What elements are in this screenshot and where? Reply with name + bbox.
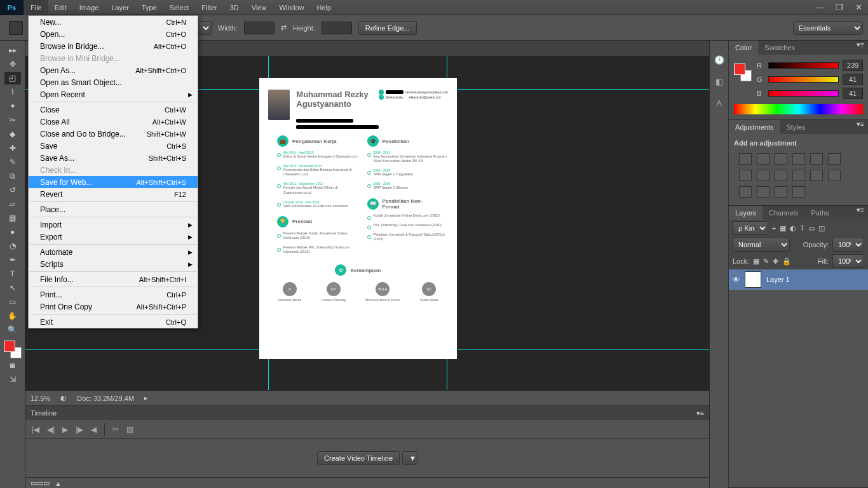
b-slider[interactable] — [768, 90, 839, 97]
timeline-tab[interactable]: Timeline — [31, 409, 57, 417]
paths-tab[interactable]: Paths — [805, 206, 836, 220]
doc-info-arrow[interactable]: ▸ — [144, 394, 148, 402]
menu-item[interactable]: CloseCtrl+W — [29, 104, 198, 116]
swap-icon[interactable]: ⇄ — [281, 24, 287, 32]
eraser-tool[interactable]: ▱ — [4, 198, 21, 210]
cut-icon[interactable]: ✂ — [112, 425, 119, 434]
stamp-tool[interactable]: ⧉ — [4, 170, 21, 182]
transition-icon[interactable]: ▧ — [126, 425, 133, 434]
first-frame-icon[interactable]: |◀ — [32, 425, 39, 434]
lock-paint-icon[interactable]: ✎ — [763, 257, 769, 266]
brush-tool[interactable]: ✎ — [4, 156, 21, 168]
menu-item[interactable]: Print One CopyAlt+Shift+Ctrl+P — [29, 301, 198, 313]
visibility-icon[interactable]: 👁 — [733, 276, 740, 283]
hue-strip[interactable] — [734, 104, 863, 114]
fill-select[interactable]: 100% — [832, 254, 864, 268]
tl-footer-icon[interactable]: ▭▭▭ — [31, 479, 50, 487]
adjustment-icon[interactable] — [828, 153, 841, 165]
zoom-tool[interactable]: 🔍 — [4, 323, 21, 336]
minimize-button[interactable]: — — [811, 0, 830, 15]
menu-window[interactable]: Window — [273, 0, 310, 15]
adjustment-icon[interactable] — [792, 186, 805, 198]
panel-menu-icon[interactable]: ▾≡ — [857, 41, 868, 55]
menu-item[interactable]: Automate▶ — [29, 246, 198, 258]
type-tool[interactable]: T — [4, 268, 21, 280]
menu-image[interactable]: Image — [73, 0, 105, 15]
layers-tab[interactable]: Layers — [729, 206, 763, 220]
menu-item[interactable]: Browse in Bridge...Alt+Ctrl+O — [29, 40, 198, 52]
width-input[interactable] — [244, 22, 275, 34]
marquee-icon[interactable] — [9, 21, 23, 35]
history-panel-icon[interactable]: 🕐 — [713, 53, 726, 66]
zoom-level[interactable]: 12.5% — [31, 395, 50, 402]
menu-item[interactable]: Open As...Alt+Shift+Ctrl+O — [29, 64, 198, 76]
filter-kind-select[interactable]: ρ Kind — [733, 221, 768, 235]
panel-menu-icon[interactable]: ▾≡ — [696, 409, 704, 417]
menu-type[interactable]: Type — [135, 0, 163, 15]
menu-item[interactable]: Save for Web...Alt+Shift+Ctrl+S — [29, 176, 198, 188]
timeline-dropdown-button[interactable]: ▼ — [402, 451, 417, 465]
path-tool[interactable]: ↖ — [4, 281, 21, 294]
height-input[interactable] — [322, 22, 352, 34]
menu-item[interactable]: Save As...Shift+Ctrl+S — [29, 152, 198, 164]
layer-thumb[interactable] — [745, 271, 761, 288]
properties-panel-icon[interactable]: ◧ — [713, 75, 726, 88]
filter-smart-icon[interactable]: ◫ — [818, 224, 825, 233]
channels-tab[interactable]: Channels — [763, 206, 804, 220]
prev-frame-icon[interactable]: ◀| — [47, 425, 55, 434]
menu-item[interactable]: Open...Ctrl+O — [29, 28, 198, 40]
quickmask-tool[interactable]: ◙ — [4, 359, 21, 372]
adjustment-icon[interactable] — [775, 186, 787, 198]
menu-item[interactable]: Export▶ — [29, 231, 198, 243]
adjustment-icon[interactable] — [757, 153, 770, 165]
play-icon[interactable]: ▶ — [62, 425, 68, 434]
menu-item[interactable]: Print...Ctrl+P — [29, 288, 198, 301]
menu-select[interactable]: Select — [163, 0, 196, 15]
adjustment-icon[interactable] — [810, 170, 823, 181]
adjustment-icon[interactable] — [775, 170, 787, 181]
menu-file[interactable]: File — [24, 0, 48, 15]
adjustment-icon[interactable] — [739, 186, 752, 198]
adjustment-icon[interactable] — [810, 153, 823, 165]
character-panel-icon[interactable]: A — [713, 97, 726, 109]
menu-item[interactable]: Close and Go to Bridge...Shift+Ctrl+W — [29, 128, 198, 140]
menu-item[interactable]: Close AllAlt+Ctrl+W — [29, 116, 198, 128]
menu-item[interactable]: File Info...Alt+Shift+Ctrl+I — [29, 273, 198, 285]
styles-tab[interactable]: Styles — [780, 120, 812, 134]
layer-name[interactable]: Layer 1 — [766, 276, 790, 283]
refine-edge-button[interactable]: Refine Edge... — [358, 21, 417, 35]
crop-tool[interactable]: ✂ — [4, 114, 21, 126]
layer-item[interactable]: 👁 Layer 1 — [729, 269, 868, 290]
dodge-tool[interactable]: ◔ — [4, 240, 21, 252]
menu-item[interactable]: Open as Smart Object... — [29, 76, 198, 88]
adjustment-icon[interactable] — [792, 153, 805, 165]
adjustment-icon[interactable] — [739, 170, 752, 181]
swatches-tab[interactable]: Swatches — [758, 41, 801, 55]
heal-tool[interactable]: ✚ — [4, 142, 21, 154]
fg-swatch[interactable] — [4, 341, 15, 352]
maximize-button[interactable]: ❐ — [830, 0, 849, 15]
screenmode-tool[interactable]: ⇲ — [4, 373, 21, 386]
menu-item[interactable]: Open Recent▶ — [29, 88, 198, 100]
shape-tool[interactable]: ▭ — [4, 295, 21, 308]
panel-menu-icon[interactable]: ▾≡ — [857, 120, 868, 134]
tl-arrow-icon[interactable]: ▲ — [55, 480, 62, 487]
adjustment-icon[interactable] — [775, 153, 787, 165]
adjustment-icon[interactable] — [792, 170, 805, 181]
next-frame-icon[interactable]: |▶ — [76, 425, 83, 434]
history-brush-tool[interactable]: ↺ — [4, 184, 21, 196]
create-timeline-button[interactable]: Create Video Timeline — [317, 451, 400, 465]
panel-menu-icon[interactable]: ▾≡ — [857, 206, 868, 220]
menu-filter[interactable]: Filter — [195, 0, 223, 15]
menu-layer[interactable]: Layer — [105, 0, 135, 15]
hand-tool[interactable]: ✋ — [4, 309, 21, 322]
menu-item[interactable]: Scripts▶ — [29, 258, 198, 270]
move-tool[interactable]: ✥ — [4, 58, 21, 71]
filter-adj-icon[interactable]: ◐ — [790, 224, 796, 233]
menu-item[interactable]: Place... — [29, 203, 198, 215]
filter-shape-icon[interactable]: ▭ — [808, 224, 815, 233]
opacity-select[interactable]: 100% — [832, 238, 864, 252]
menu-help[interactable]: Help — [311, 0, 338, 15]
filter-image-icon[interactable]: ▦ — [780, 224, 786, 233]
menu-item[interactable]: RevertF12 — [29, 188, 198, 200]
